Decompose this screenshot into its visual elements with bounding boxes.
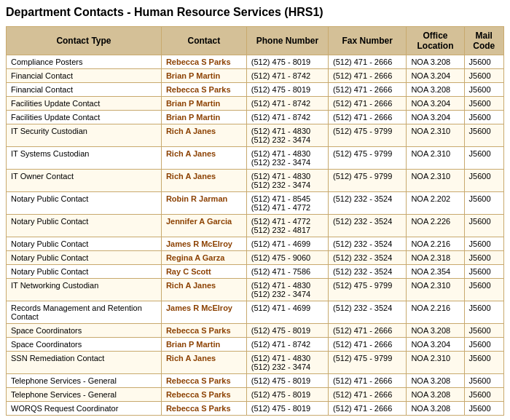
cell-fax: (512) 232 - 3524: [328, 265, 406, 279]
cell-mail: J5600: [464, 265, 503, 279]
col-header-fax: Fax Number: [328, 27, 406, 55]
cell-type: Notary Public Contact: [7, 251, 162, 265]
cell-office: NOA 2.202: [407, 192, 464, 215]
cell-mail: J5600: [464, 147, 503, 170]
table-row: Space CoordinatorsRebecca S Parks(512) 4…: [7, 324, 504, 338]
cell-contact: James R McElroy: [161, 237, 246, 251]
cell-office: NOA 3.204: [407, 111, 464, 124]
cell-mail: J5600: [464, 192, 503, 215]
cell-type: Space Coordinators: [7, 338, 162, 352]
contact-name: Brian P Martin: [166, 340, 220, 349]
cell-phone: (512) 471 - 8742: [246, 97, 328, 111]
table-row: Notary Public ContactJennifer A Garcia(5…: [7, 215, 504, 237]
cell-type: IT Systems Custodian: [7, 147, 162, 170]
cell-contact: James R McElroy: [161, 301, 246, 324]
cell-type: Notary Public Contact: [7, 265, 162, 279]
table-row: Telephone Services - GeneralRebecca S Pa…: [7, 388, 504, 402]
cell-fax: (512) 475 - 9799: [328, 279, 406, 301]
contact-name: Rebecca S Parks: [166, 326, 231, 335]
cell-mail: J5600: [464, 83, 503, 97]
cell-type: IT Security Custodian: [7, 124, 162, 147]
cell-fax: (512) 471 - 2666: [328, 55, 406, 69]
cell-mail: J5600: [464, 301, 503, 324]
table-row: WORQS Request CoordinatorRebecca S Parks…: [7, 402, 504, 416]
contact-name: Rebecca S Parks: [166, 85, 231, 94]
contact-name: Rebecca S Parks: [166, 58, 231, 66]
cell-type: Notary Public Contact: [7, 215, 162, 237]
cell-fax: (512) 475 - 9799: [328, 170, 406, 192]
cell-contact: Regina A Garza: [161, 251, 246, 265]
cell-type: Space Coordinators: [7, 324, 162, 338]
cell-type: Facilities Update Contact: [7, 97, 162, 111]
contact-name: Rich A Janes: [166, 354, 216, 362]
cell-contact: Rich A Janes: [161, 170, 246, 192]
cell-mail: J5600: [464, 388, 503, 402]
table-row: IT Security CustodianRich A Janes(512) 4…: [7, 124, 504, 147]
cell-phone: (512) 471 - 4830 (512) 232 - 3474: [246, 147, 328, 170]
cell-office: NOA 3.208: [407, 83, 464, 97]
contact-name: Rebecca S Parks: [166, 390, 231, 399]
cell-type: Telephone Services - General: [7, 374, 162, 388]
cell-fax: (512) 232 - 3524: [328, 301, 406, 324]
table-row: IT Systems CustodianRich A Janes(512) 47…: [7, 147, 504, 170]
contact-name: Brian P Martin: [166, 113, 220, 122]
table-row: Telephone Services - GeneralRebecca S Pa…: [7, 374, 504, 388]
cell-fax: (512) 471 - 2666: [328, 111, 406, 124]
contact-name: Robin R Jarman: [166, 194, 227, 203]
cell-contact: Rebecca S Parks: [161, 402, 246, 416]
cell-contact: Rebecca S Parks: [161, 374, 246, 388]
cell-mail: J5600: [464, 338, 503, 352]
contact-name: Brian P Martin: [166, 99, 220, 108]
table-row: SSN Remediation ContactRich A Janes(512)…: [7, 352, 504, 374]
table-row: IT Networking CustodianRich A Janes(512)…: [7, 279, 504, 301]
cell-phone: (512) 471 - 4699: [246, 301, 328, 324]
cell-phone: (512) 475 - 8019: [246, 83, 328, 97]
table-row: Notary Public ContactRay C Scott(512) 47…: [7, 265, 504, 279]
cell-phone: (512) 471 - 4830 (512) 232 - 3474: [246, 170, 328, 192]
table-row: Notary Public ContactRegina A Garza(512)…: [7, 251, 504, 265]
cell-office: NOA 2.310: [407, 279, 464, 301]
cell-type: WORQS Request Coordinator: [7, 402, 162, 416]
cell-mail: J5600: [464, 215, 503, 237]
cell-fax: (512) 471 - 2666: [328, 97, 406, 111]
cell-type: Telephone Services - General: [7, 388, 162, 402]
table-row: Financial ContactRebecca S Parks(512) 47…: [7, 83, 504, 97]
cell-office: NOA 2.310: [407, 352, 464, 374]
cell-mail: J5600: [464, 324, 503, 338]
contact-name: Regina A Garza: [166, 253, 225, 262]
contact-name: Rebecca S Parks: [166, 376, 231, 385]
cell-fax: (512) 471 - 2666: [328, 338, 406, 352]
cell-contact: Rich A Janes: [161, 352, 246, 374]
cell-phone: (512) 475 - 8019: [246, 55, 328, 69]
cell-office: NOA 3.208: [407, 388, 464, 402]
cell-phone: (512) 471 - 8742: [246, 111, 328, 124]
cell-office: NOA 2.318: [407, 251, 464, 265]
cell-fax: (512) 471 - 2666: [328, 402, 406, 416]
col-header-type: Contact Type: [7, 27, 162, 55]
cell-fax: (512) 232 - 3524: [328, 237, 406, 251]
table-row: IT Owner ContactRich A Janes(512) 471 - …: [7, 170, 504, 192]
table-row: Facilities Update ContactBrian P Martin(…: [7, 111, 504, 124]
cell-type: Notary Public Contact: [7, 192, 162, 215]
cell-fax: (512) 471 - 2666: [328, 374, 406, 388]
cell-fax: (512) 232 - 3524: [328, 192, 406, 215]
cell-mail: J5600: [464, 170, 503, 192]
cell-fax: (512) 475 - 9799: [328, 147, 406, 170]
cell-office: NOA 2.226: [407, 215, 464, 237]
cell-phone: (512) 471 - 4830 (512) 232 - 3474: [246, 279, 328, 301]
contact-name: James R McElroy: [166, 239, 232, 248]
page-container: Department Contacts - Human Resource Ser…: [0, 0, 510, 420]
cell-phone: (512) 475 - 8019: [246, 324, 328, 338]
cell-mail: J5600: [464, 55, 503, 69]
cell-phone: (512) 475 - 8019: [246, 402, 328, 416]
contact-name: Jennifer A Garcia: [166, 217, 232, 226]
cell-office: NOA 2.216: [407, 237, 464, 251]
cell-contact: Rich A Janes: [161, 124, 246, 147]
cell-fax: (512) 471 - 2666: [328, 83, 406, 97]
table-row: Records Management and Retention Contact…: [7, 301, 504, 324]
cell-office: NOA 3.208: [407, 374, 464, 388]
cell-office: NOA 3.208: [407, 402, 464, 416]
cell-phone: (512) 471 - 7586: [246, 265, 328, 279]
cell-mail: J5600: [464, 374, 503, 388]
col-header-phone: Phone Number: [246, 27, 328, 55]
